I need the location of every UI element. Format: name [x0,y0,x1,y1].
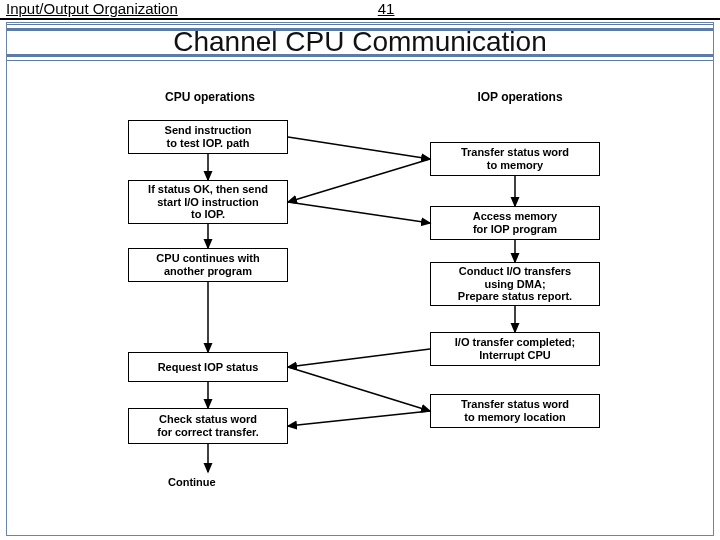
header-page-number: 41 [378,0,395,17]
page-header: Input/Output Organization 41 [0,0,720,20]
cpu-box-5: Check status wordfor correct transfer. [128,408,288,444]
svg-line-0 [288,137,430,159]
iop-box-4: I/O transfer completed;Interrupt CPU [430,332,600,366]
iop-box-2: Access memoryfor IOP program [430,206,600,240]
cpu-box-3: CPU continues withanother program [128,248,288,282]
svg-line-3 [288,349,430,367]
col-header-cpu: CPU operations [140,90,280,104]
svg-line-1 [288,159,430,202]
svg-line-5 [288,411,430,426]
cpu-continue-label: Continue [168,476,216,488]
cpu-box-2: If status OK, then sendstart I/O instruc… [128,180,288,224]
arrows-layer [0,64,720,534]
svg-line-4 [288,367,430,411]
diagram-canvas: CPU operations IOP operations Send instr… [0,64,720,534]
cpu-box-1: Send instructionto test IOP. path [128,120,288,154]
iop-box-5: Transfer status wordto memory location [430,394,600,428]
col-header-iop: IOP operations [440,90,600,104]
header-topic: Input/Output Organization [6,0,178,17]
cpu-box-4: Request IOP status [128,352,288,382]
svg-line-2 [288,202,430,223]
iop-box-1: Transfer status wordto memory [430,142,600,176]
iop-box-3: Conduct I/O transfersusing DMA;Prepare s… [430,262,600,306]
